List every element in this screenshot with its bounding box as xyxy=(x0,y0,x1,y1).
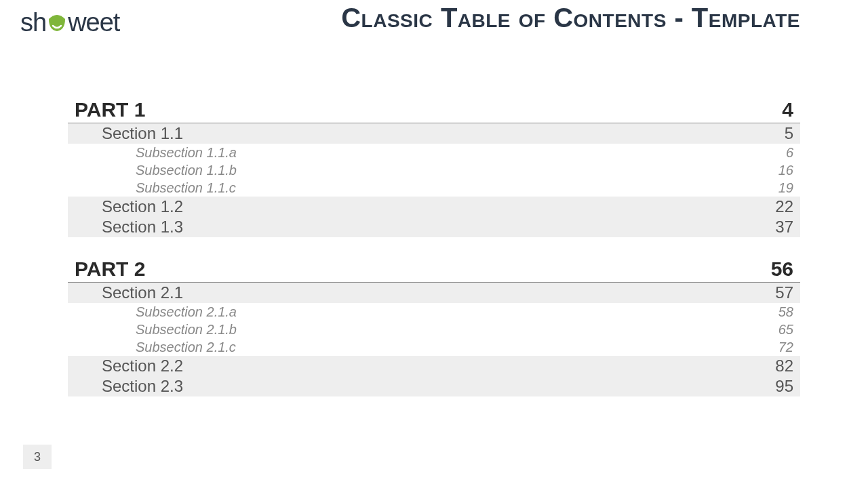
part-page: 4 xyxy=(782,98,793,121)
toc-part: PART 1 4 Section 1.1 5 Subsection 1.1.a … xyxy=(68,98,800,237)
subsection-page: 65 xyxy=(778,321,793,338)
toc-subsection-row: Subsection 2.1.b 65 xyxy=(68,321,800,338)
toc-section-row: Section 2.2 82 xyxy=(68,356,800,376)
toc-section-row: Section 2.1 57 xyxy=(68,283,800,303)
section-page: 57 xyxy=(775,283,793,302)
toc-part-row: PART 1 4 xyxy=(68,98,800,123)
toc-section-row: Section 1.3 37 xyxy=(68,217,800,237)
section-label: Section 2.2 xyxy=(102,357,183,375)
brand-text-post: weet xyxy=(68,8,119,37)
section-label: Section 2.1 xyxy=(102,283,183,302)
toc-subsection-row: Subsection 1.1.c 19 xyxy=(68,179,800,197)
toc-section-row: Section 2.3 95 xyxy=(68,376,800,396)
subsection-page: 19 xyxy=(778,179,793,197)
toc-subsection-row: Subsection 1.1.a 6 xyxy=(68,144,800,161)
brand-text-pre: sh xyxy=(20,8,46,37)
subsection-label: Subsection 1.1.c xyxy=(136,179,236,197)
toc-subsection-row: Subsection 2.1.a 58 xyxy=(68,303,800,321)
toc-subsection-row: Subsection 1.1.b 16 xyxy=(68,161,800,179)
section-label: Section 1.2 xyxy=(102,197,183,216)
toc-section-row: Section 1.1 5 xyxy=(68,123,800,144)
part-label: PART 1 xyxy=(75,98,145,121)
toc-subsection-row: Subsection 2.1.c 72 xyxy=(68,338,800,356)
section-page: 95 xyxy=(775,377,793,396)
section-page: 5 xyxy=(785,124,793,143)
toc-part: PART 2 56 Section 2.1 57 Subsection 2.1.… xyxy=(68,258,800,396)
subsection-label: Subsection 2.1.c xyxy=(136,338,236,356)
section-label: Section 2.3 xyxy=(102,377,183,396)
part-page: 56 xyxy=(771,258,793,281)
subsection-page: 72 xyxy=(778,338,793,356)
toc-section-row: Section 1.2 22 xyxy=(68,197,800,217)
subsection-label: Subsection 1.1.b xyxy=(136,161,237,179)
brand-logo: shweet xyxy=(20,8,119,37)
subsection-page: 58 xyxy=(778,303,793,321)
part-label: PART 2 xyxy=(75,258,145,281)
subsection-label: Subsection 2.1.b xyxy=(136,321,237,338)
subsection-page: 6 xyxy=(786,144,793,161)
subsection-label: Subsection 2.1.a xyxy=(136,303,237,321)
section-label: Section 1.3 xyxy=(102,218,183,237)
slide-number: 3 xyxy=(23,445,52,469)
section-page: 82 xyxy=(775,357,793,375)
subsection-page: 16 xyxy=(778,161,793,179)
subsection-label: Subsection 1.1.a xyxy=(136,144,237,161)
table-of-contents: PART 1 4 Section 1.1 5 Subsection 1.1.a … xyxy=(68,98,800,417)
page-title: Classic Table of Contents - Template xyxy=(341,3,800,33)
section-label: Section 1.1 xyxy=(102,124,183,143)
section-page: 22 xyxy=(775,197,793,216)
slide: shweet Classic Table of Contents - Templ… xyxy=(0,0,868,488)
toc-part-row: PART 2 56 xyxy=(68,258,800,283)
section-page: 37 xyxy=(775,218,793,237)
leaf-icon xyxy=(46,9,68,28)
